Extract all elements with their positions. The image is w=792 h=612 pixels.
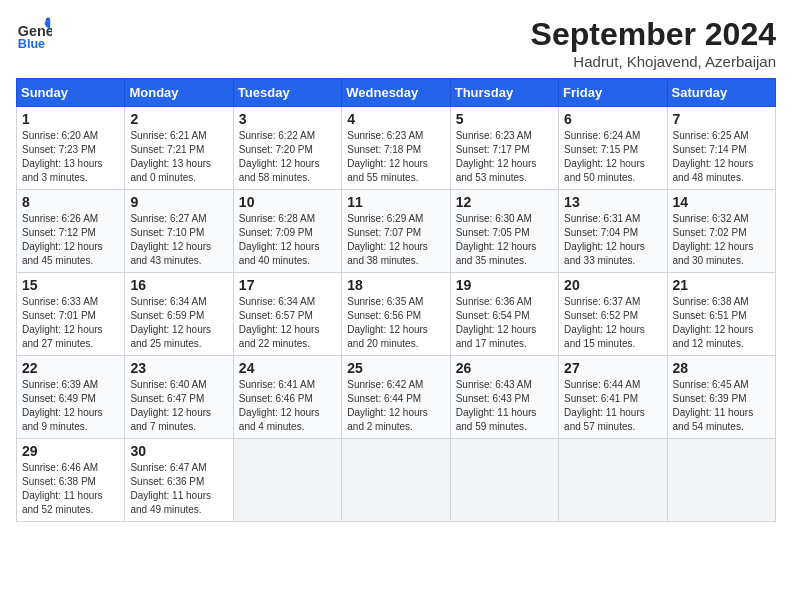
daylight-label: Daylight: 12 hours and 58 minutes.	[239, 158, 320, 183]
calendar-week-row: 1 Sunrise: 6:20 AM Sunset: 7:23 PM Dayli…	[17, 107, 776, 190]
day-info: Sunrise: 6:29 AM Sunset: 7:07 PM Dayligh…	[347, 212, 444, 268]
calendar-cell: 9 Sunrise: 6:27 AM Sunset: 7:10 PM Dayli…	[125, 190, 233, 273]
sunset-label: Sunset: 7:18 PM	[347, 144, 421, 155]
day-info: Sunrise: 6:27 AM Sunset: 7:10 PM Dayligh…	[130, 212, 227, 268]
day-number: 11	[347, 194, 444, 210]
daylight-label: Daylight: 11 hours and 59 minutes.	[456, 407, 537, 432]
sunset-label: Sunset: 6:52 PM	[564, 310, 638, 321]
day-number: 3	[239, 111, 336, 127]
calendar-cell: 2 Sunrise: 6:21 AM Sunset: 7:21 PM Dayli…	[125, 107, 233, 190]
sunset-label: Sunset: 6:47 PM	[130, 393, 204, 404]
day-number: 22	[22, 360, 119, 376]
day-info: Sunrise: 6:25 AM Sunset: 7:14 PM Dayligh…	[673, 129, 770, 185]
calendar-cell: 13 Sunrise: 6:31 AM Sunset: 7:04 PM Dayl…	[559, 190, 667, 273]
sunrise-label: Sunrise: 6:36 AM	[456, 296, 532, 307]
title-section: September 2024 Hadrut, Khojavend, Azerba…	[531, 16, 776, 70]
calendar-cell: 23 Sunrise: 6:40 AM Sunset: 6:47 PM Dayl…	[125, 356, 233, 439]
col-sunday: Sunday	[17, 79, 125, 107]
daylight-label: Daylight: 12 hours and 33 minutes.	[564, 241, 645, 266]
day-info: Sunrise: 6:21 AM Sunset: 7:21 PM Dayligh…	[130, 129, 227, 185]
day-info: Sunrise: 6:23 AM Sunset: 7:18 PM Dayligh…	[347, 129, 444, 185]
sunset-label: Sunset: 7:01 PM	[22, 310, 96, 321]
day-info: Sunrise: 6:34 AM Sunset: 6:59 PM Dayligh…	[130, 295, 227, 351]
day-number: 1	[22, 111, 119, 127]
day-info: Sunrise: 6:37 AM Sunset: 6:52 PM Dayligh…	[564, 295, 661, 351]
daylight-label: Daylight: 12 hours and 12 minutes.	[673, 324, 754, 349]
col-friday: Friday	[559, 79, 667, 107]
day-info: Sunrise: 6:35 AM Sunset: 6:56 PM Dayligh…	[347, 295, 444, 351]
day-number: 7	[673, 111, 770, 127]
calendar-cell: 3 Sunrise: 6:22 AM Sunset: 7:20 PM Dayli…	[233, 107, 341, 190]
sunset-label: Sunset: 6:44 PM	[347, 393, 421, 404]
daylight-label: Daylight: 11 hours and 49 minutes.	[130, 490, 211, 515]
calendar-cell: 6 Sunrise: 6:24 AM Sunset: 7:15 PM Dayli…	[559, 107, 667, 190]
sunrise-label: Sunrise: 6:23 AM	[347, 130, 423, 141]
calendar-cell: 11 Sunrise: 6:29 AM Sunset: 7:07 PM Dayl…	[342, 190, 450, 273]
sunset-label: Sunset: 7:17 PM	[456, 144, 530, 155]
daylight-label: Daylight: 12 hours and 45 minutes.	[22, 241, 103, 266]
daylight-label: Daylight: 12 hours and 43 minutes.	[130, 241, 211, 266]
daylight-label: Daylight: 12 hours and 7 minutes.	[130, 407, 211, 432]
day-info: Sunrise: 6:32 AM Sunset: 7:02 PM Dayligh…	[673, 212, 770, 268]
sunrise-label: Sunrise: 6:29 AM	[347, 213, 423, 224]
sunrise-label: Sunrise: 6:39 AM	[22, 379, 98, 390]
calendar-cell: 28 Sunrise: 6:45 AM Sunset: 6:39 PM Dayl…	[667, 356, 775, 439]
sunset-label: Sunset: 6:41 PM	[564, 393, 638, 404]
calendar-cell	[559, 439, 667, 522]
daylight-label: Daylight: 11 hours and 57 minutes.	[564, 407, 645, 432]
col-wednesday: Wednesday	[342, 79, 450, 107]
calendar-week-row: 29 Sunrise: 6:46 AM Sunset: 6:38 PM Dayl…	[17, 439, 776, 522]
sunset-label: Sunset: 7:04 PM	[564, 227, 638, 238]
sunrise-label: Sunrise: 6:46 AM	[22, 462, 98, 473]
day-number: 10	[239, 194, 336, 210]
sunrise-label: Sunrise: 6:42 AM	[347, 379, 423, 390]
calendar-cell: 7 Sunrise: 6:25 AM Sunset: 7:14 PM Dayli…	[667, 107, 775, 190]
calendar-week-row: 22 Sunrise: 6:39 AM Sunset: 6:49 PM Dayl…	[17, 356, 776, 439]
daylight-label: Daylight: 12 hours and 55 minutes.	[347, 158, 428, 183]
day-info: Sunrise: 6:36 AM Sunset: 6:54 PM Dayligh…	[456, 295, 553, 351]
sunset-label: Sunset: 7:23 PM	[22, 144, 96, 155]
day-number: 16	[130, 277, 227, 293]
calendar-cell: 16 Sunrise: 6:34 AM Sunset: 6:59 PM Dayl…	[125, 273, 233, 356]
daylight-label: Daylight: 12 hours and 27 minutes.	[22, 324, 103, 349]
sunrise-label: Sunrise: 6:47 AM	[130, 462, 206, 473]
calendar-cell: 29 Sunrise: 6:46 AM Sunset: 6:38 PM Dayl…	[17, 439, 125, 522]
day-info: Sunrise: 6:34 AM Sunset: 6:57 PM Dayligh…	[239, 295, 336, 351]
sunrise-label: Sunrise: 6:33 AM	[22, 296, 98, 307]
calendar-cell: 14 Sunrise: 6:32 AM Sunset: 7:02 PM Dayl…	[667, 190, 775, 273]
daylight-label: Daylight: 12 hours and 15 minutes.	[564, 324, 645, 349]
daylight-label: Daylight: 13 hours and 0 minutes.	[130, 158, 211, 183]
sunrise-label: Sunrise: 6:24 AM	[564, 130, 640, 141]
sunset-label: Sunset: 6:59 PM	[130, 310, 204, 321]
calendar-cell: 19 Sunrise: 6:36 AM Sunset: 6:54 PM Dayl…	[450, 273, 558, 356]
sunrise-label: Sunrise: 6:30 AM	[456, 213, 532, 224]
calendar-cell	[450, 439, 558, 522]
calendar-cell: 18 Sunrise: 6:35 AM Sunset: 6:56 PM Dayl…	[342, 273, 450, 356]
sunrise-label: Sunrise: 6:23 AM	[456, 130, 532, 141]
sunset-label: Sunset: 6:39 PM	[673, 393, 747, 404]
sunrise-label: Sunrise: 6:26 AM	[22, 213, 98, 224]
daylight-label: Daylight: 12 hours and 25 minutes.	[130, 324, 211, 349]
sunrise-label: Sunrise: 6:31 AM	[564, 213, 640, 224]
sunrise-label: Sunrise: 6:35 AM	[347, 296, 423, 307]
calendar-cell: 17 Sunrise: 6:34 AM Sunset: 6:57 PM Dayl…	[233, 273, 341, 356]
sunrise-label: Sunrise: 6:21 AM	[130, 130, 206, 141]
calendar-cell: 21 Sunrise: 6:38 AM Sunset: 6:51 PM Dayl…	[667, 273, 775, 356]
svg-text:Blue: Blue	[18, 37, 45, 51]
sunset-label: Sunset: 6:51 PM	[673, 310, 747, 321]
day-number: 20	[564, 277, 661, 293]
daylight-label: Daylight: 11 hours and 54 minutes.	[673, 407, 754, 432]
sunrise-label: Sunrise: 6:25 AM	[673, 130, 749, 141]
calendar-cell: 27 Sunrise: 6:44 AM Sunset: 6:41 PM Dayl…	[559, 356, 667, 439]
calendar-cell	[667, 439, 775, 522]
sunset-label: Sunset: 7:20 PM	[239, 144, 313, 155]
sunset-label: Sunset: 7:12 PM	[22, 227, 96, 238]
sunrise-label: Sunrise: 6:37 AM	[564, 296, 640, 307]
day-number: 5	[456, 111, 553, 127]
logo-icon: General Blue	[16, 16, 52, 52]
calendar-cell: 4 Sunrise: 6:23 AM Sunset: 7:18 PM Dayli…	[342, 107, 450, 190]
sunrise-label: Sunrise: 6:32 AM	[673, 213, 749, 224]
day-info: Sunrise: 6:39 AM Sunset: 6:49 PM Dayligh…	[22, 378, 119, 434]
col-saturday: Saturday	[667, 79, 775, 107]
sunset-label: Sunset: 7:14 PM	[673, 144, 747, 155]
